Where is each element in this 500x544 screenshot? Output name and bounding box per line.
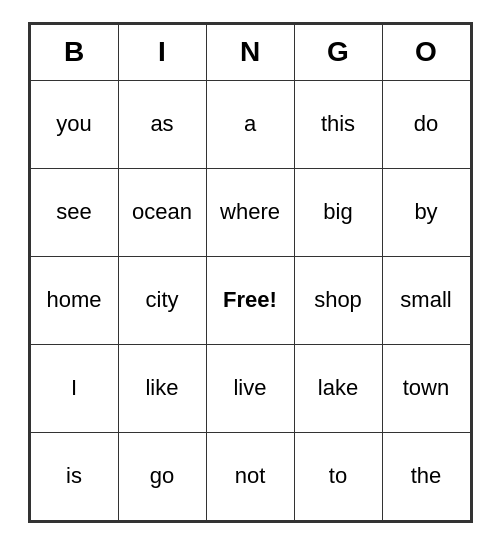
cell-r3-c2: live (206, 344, 294, 432)
cell-r3-c3: lake (294, 344, 382, 432)
table-row: seeoceanwherebigby (30, 168, 470, 256)
cell-r3-c0: I (30, 344, 118, 432)
header-n: N (206, 24, 294, 80)
cell-r1-c0: see (30, 168, 118, 256)
table-row: Ilikelivelaketown (30, 344, 470, 432)
cell-r3-c1: like (118, 344, 206, 432)
cell-r1-c2: where (206, 168, 294, 256)
cell-r3-c4: town (382, 344, 470, 432)
header-g: G (294, 24, 382, 80)
cell-r4-c0: is (30, 432, 118, 520)
cell-r0-c0: you (30, 80, 118, 168)
header-row: B I N G O (30, 24, 470, 80)
cell-r2-c2: Free! (206, 256, 294, 344)
cell-r2-c4: small (382, 256, 470, 344)
cell-r2-c0: home (30, 256, 118, 344)
table-row: isgonottothe (30, 432, 470, 520)
cell-r4-c3: to (294, 432, 382, 520)
cell-r0-c1: as (118, 80, 206, 168)
cell-r2-c1: city (118, 256, 206, 344)
header-o: O (382, 24, 470, 80)
cell-r1-c1: ocean (118, 168, 206, 256)
header-b: B (30, 24, 118, 80)
cell-r4-c1: go (118, 432, 206, 520)
cell-r2-c3: shop (294, 256, 382, 344)
header-i: I (118, 24, 206, 80)
bingo-card: B I N G O youasathisdoseeoceanwherebigby… (28, 22, 473, 523)
cell-r0-c4: do (382, 80, 470, 168)
table-row: homecityFree!shopsmall (30, 256, 470, 344)
cell-r4-c4: the (382, 432, 470, 520)
cell-r0-c2: a (206, 80, 294, 168)
cell-r1-c3: big (294, 168, 382, 256)
cell-r0-c3: this (294, 80, 382, 168)
bingo-table: B I N G O youasathisdoseeoceanwherebigby… (30, 24, 471, 521)
table-row: youasathisdo (30, 80, 470, 168)
cell-r1-c4: by (382, 168, 470, 256)
cell-r4-c2: not (206, 432, 294, 520)
